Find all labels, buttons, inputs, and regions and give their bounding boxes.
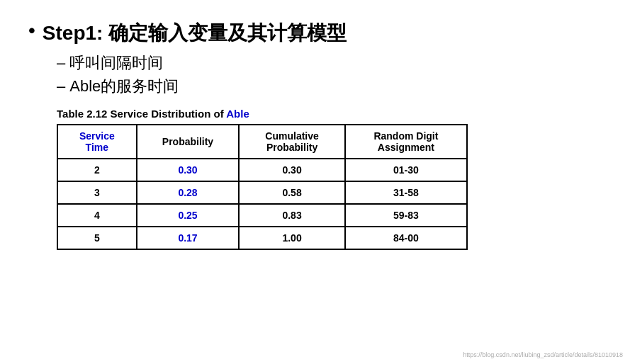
cell-probability-1: 0.28 <box>137 181 240 204</box>
cell-cumulative-3: 1.00 <box>239 227 344 249</box>
cell-service-time-1: 3 <box>57 181 137 204</box>
cell-random-digit-0: 01-30 <box>345 159 467 181</box>
main-bullet: • Step1: 确定输入变量及其计算模型 <box>28 21 602 45</box>
slide: • Step1: 确定输入变量及其计算模型 – 呼叫间隔时间 – Able的服务… <box>0 0 630 364</box>
table-section: Table 2.12 Service Distribution of Able … <box>57 108 602 250</box>
table-row: 40.250.8359-83 <box>57 204 467 227</box>
dash-2: – <box>57 74 65 98</box>
cell-probability-3: 0.17 <box>137 227 240 249</box>
table-caption-able: Able <box>226 108 249 120</box>
col-header-service-time: ServiceTime <box>57 125 137 159</box>
cell-cumulative-2: 0.83 <box>239 204 344 227</box>
sub-bullets: – 呼叫间隔时间 – Able的服务时间 <box>57 51 602 98</box>
cell-random-digit-1: 31-58 <box>345 181 467 204</box>
watermark: https://blog.csdn.net/liubing_zsd/articl… <box>463 351 623 358</box>
cell-random-digit-3: 84-00 <box>345 227 467 249</box>
cell-probability-0: 0.30 <box>137 159 240 181</box>
cell-service-time-2: 4 <box>57 204 137 227</box>
col-header-cumulative: CumulativeProbability <box>239 125 344 159</box>
cell-probability-2: 0.25 <box>137 204 240 227</box>
sub-bullet-2: – Able的服务时间 <box>57 74 602 98</box>
cell-service-time-0: 2 <box>57 159 137 181</box>
sub-bullet-text-2: Able的服务时间 <box>69 74 179 98</box>
service-distribution-table: ServiceTime Probability CumulativeProbab… <box>57 124 468 250</box>
cell-service-time-3: 5 <box>57 227 137 249</box>
table-row: 30.280.5831-58 <box>57 181 467 204</box>
col-header-random-digit: Random DigitAssignment <box>345 125 467 159</box>
sub-bullet-1: – 呼叫间隔时间 <box>57 51 602 74</box>
cell-random-digit-2: 59-83 <box>345 204 467 227</box>
step-title: Step1: 确定输入变量及其计算模型 <box>43 21 347 45</box>
sub-bullet-text-1: 呼叫间隔时间 <box>69 51 163 74</box>
cell-cumulative-0: 0.30 <box>239 159 344 181</box>
table-caption-prefix: Table 2.12 Service Distribution of <box>57 108 226 120</box>
table-row: 20.300.3001-30 <box>57 159 467 181</box>
col-header-probability: Probability <box>137 125 240 159</box>
cell-cumulative-1: 0.58 <box>239 181 344 204</box>
table-title: Table 2.12 Service Distribution of Able <box>57 108 602 120</box>
table-row: 50.171.0084-00 <box>57 227 467 249</box>
dash-1: – <box>57 51 65 74</box>
bullet-dot: • <box>28 20 35 42</box>
